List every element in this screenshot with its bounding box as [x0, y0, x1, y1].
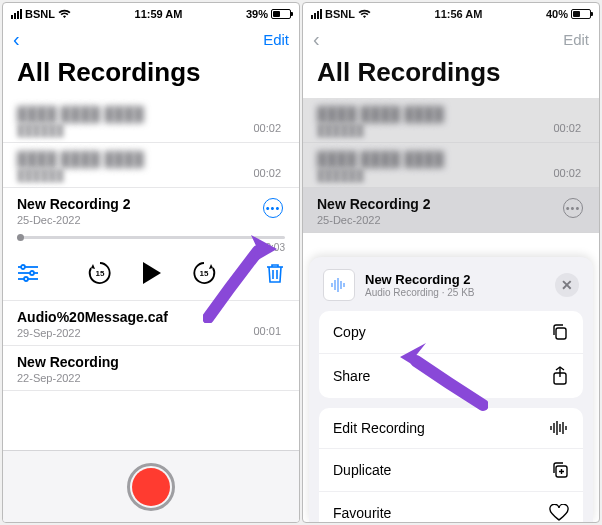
recording-name: New Recording — [17, 354, 285, 370]
menu-label: Copy — [333, 324, 366, 340]
recording-duration: 00:02 — [253, 167, 281, 179]
recording-duration: 00:01 — [253, 325, 281, 337]
list-item[interactable]: ████ ████ ████ ██████ 00:02 — [3, 98, 299, 143]
svg-rect-15 — [556, 328, 566, 339]
status-bar: BSNL 11:56 AM 40% — [303, 3, 599, 25]
clock-label: 11:59 AM — [71, 8, 246, 20]
edit-button[interactable]: Edit — [563, 31, 589, 48]
menu-label: Favourite — [333, 505, 391, 521]
battery-icon — [271, 9, 291, 19]
recordings-list: ████ ████ ████ ██████ 00:02 ████ ████ ██… — [3, 98, 299, 391]
svg-text:15: 15 — [200, 269, 209, 278]
recording-name: ████ ████ ████ — [17, 106, 285, 122]
recording-date: 25-Dec-2022 — [317, 214, 585, 226]
list-item[interactable]: Audio%20Message.caf 29-Sep-2022 00:01 — [3, 301, 299, 346]
waveform-icon — [330, 276, 348, 294]
nav-bar: ‹ Edit — [303, 25, 599, 53]
waveform-icon — [549, 420, 569, 436]
options-icon[interactable] — [17, 264, 39, 282]
sheet-title: New Recording 2 — [365, 272, 545, 287]
menu-item-share[interactable]: Share — [319, 353, 583, 398]
forward-15-icon[interactable]: 15 — [191, 260, 217, 286]
battery-label: 40% — [546, 8, 568, 20]
trash-icon[interactable] — [265, 262, 285, 284]
share-sheet: New Recording 2 Audio Recording · 25 KB … — [309, 257, 593, 522]
recording-sub: ██████ — [17, 124, 285, 136]
sheet-subtitle: Audio Recording · 25 KB — [365, 287, 545, 298]
recording-date: 25-Dec-2022 — [17, 214, 285, 226]
svg-point-4 — [30, 271, 34, 275]
recording-duration: 00:02 — [553, 122, 581, 134]
screenshot-right: BSNL 11:56 AM 40% ‹ Edit All Recordings … — [302, 2, 600, 523]
record-toolbar — [3, 450, 299, 522]
menu-label: Edit Recording — [333, 420, 425, 436]
page-title: All Recordings — [3, 53, 299, 98]
recording-name: Audio%20Message.caf — [17, 309, 285, 325]
more-button[interactable]: ••• — [263, 198, 283, 218]
recording-name: ████ ████ ████ — [317, 106, 585, 122]
menu-item-copy[interactable]: Copy — [319, 311, 583, 353]
list-item[interactable]: ████ ████ ████ ██████ 00:02 — [303, 143, 599, 188]
play-icon[interactable] — [141, 261, 163, 285]
more-button[interactable]: ••• — [563, 198, 583, 218]
carrier-label: BSNL — [25, 8, 55, 20]
svg-point-3 — [21, 265, 25, 269]
list-item[interactable]: ████ ████ ████ ██████ 00:02 — [303, 98, 599, 143]
back-button[interactable]: ‹ — [313, 28, 320, 51]
menu-label: Duplicate — [333, 462, 391, 478]
recording-sub: ██████ — [317, 124, 585, 136]
recording-date: 29-Sep-2022 — [17, 327, 285, 339]
recording-duration: 00:02 — [553, 167, 581, 179]
time-remaining: -0:03 — [262, 242, 285, 253]
recording-name: ████ ████ ████ — [317, 151, 585, 167]
menu-item-favourite[interactable]: Favourite — [319, 491, 583, 523]
close-button[interactable]: ✕ — [555, 273, 579, 297]
sheet-thumbnail — [323, 269, 355, 301]
back-button[interactable]: ‹ — [13, 28, 20, 51]
scrubber[interactable]: -0:03 — [17, 236, 285, 246]
heart-icon — [549, 504, 569, 522]
edit-button[interactable]: Edit — [263, 31, 289, 48]
list-item[interactable]: ████ ████ ████ ██████ 00:02 — [3, 143, 299, 188]
wifi-icon — [58, 9, 71, 19]
list-item-selected[interactable]: New Recording 2 25-Dec-2022 ••• — [303, 188, 599, 233]
screenshot-left: BSNL 11:59 AM 39% ‹ Edit All Recordings … — [2, 2, 300, 523]
clock-label: 11:56 AM — [371, 8, 546, 20]
status-bar: BSNL 11:59 AM 39% — [3, 3, 299, 25]
duplicate-icon — [551, 461, 569, 479]
svg-point-5 — [24, 277, 28, 281]
share-icon — [551, 366, 569, 386]
recording-name: ████ ████ ████ — [17, 151, 285, 167]
menu-label: Share — [333, 368, 370, 384]
page-title: All Recordings — [303, 53, 599, 98]
list-item-expanded[interactable]: New Recording 2 25-Dec-2022 ••• -0:03 15 — [3, 188, 299, 301]
svg-text:15: 15 — [96, 269, 105, 278]
recording-sub: ██████ — [317, 169, 585, 181]
rewind-15-icon[interactable]: 15 — [87, 260, 113, 286]
recording-date: 22-Sep-2022 — [17, 372, 285, 384]
carrier-label: BSNL — [325, 8, 355, 20]
recording-duration: 00:02 — [253, 122, 281, 134]
menu-item-edit[interactable]: Edit Recording — [319, 408, 583, 448]
recording-name: New Recording 2 — [17, 196, 285, 212]
wifi-icon — [358, 9, 371, 19]
battery-icon — [571, 9, 591, 19]
signal-icon — [11, 9, 22, 19]
menu-item-duplicate[interactable]: Duplicate — [319, 448, 583, 491]
signal-icon — [311, 9, 322, 19]
recording-sub: ██████ — [17, 169, 285, 181]
recordings-list: ████ ████ ████ ██████ 00:02 ████ ████ ██… — [303, 98, 599, 233]
copy-icon — [551, 323, 569, 341]
recording-name: New Recording 2 — [317, 196, 585, 212]
list-item[interactable]: New Recording 22-Sep-2022 — [3, 346, 299, 391]
record-button[interactable] — [127, 463, 175, 511]
nav-bar: ‹ Edit — [3, 25, 299, 53]
battery-label: 39% — [246, 8, 268, 20]
